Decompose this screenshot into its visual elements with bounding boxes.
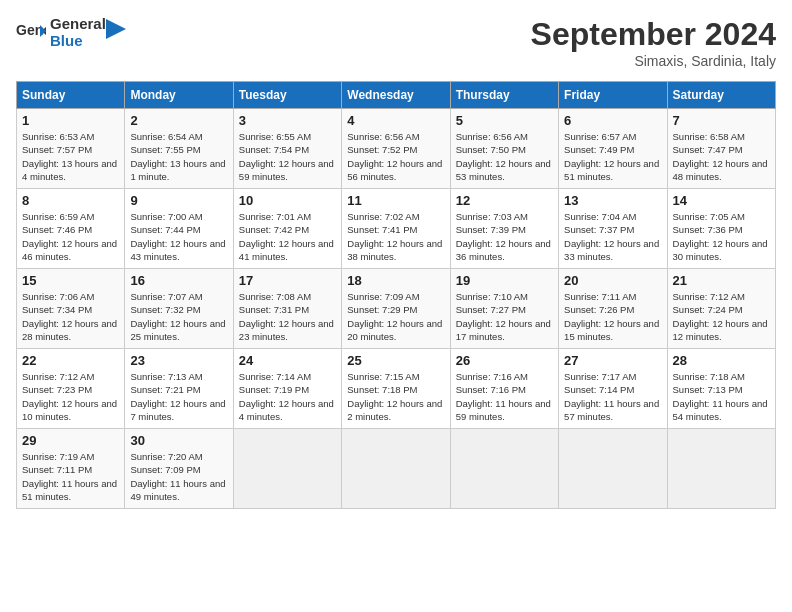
calendar-week-row: 29 Sunrise: 7:19 AM Sunset: 7:11 PM Dayl… bbox=[17, 429, 776, 509]
calendar-cell: 13 Sunrise: 7:04 AM Sunset: 7:37 PM Dayl… bbox=[559, 189, 667, 269]
day-number: 24 bbox=[239, 353, 336, 368]
day-info: Sunrise: 6:53 AM Sunset: 7:57 PM Dayligh… bbox=[22, 130, 119, 183]
day-number: 13 bbox=[564, 193, 661, 208]
day-number: 14 bbox=[673, 193, 770, 208]
logo-arrow-icon bbox=[106, 19, 126, 39]
day-number: 1 bbox=[22, 113, 119, 128]
calendar-cell: 30 Sunrise: 7:20 AM Sunset: 7:09 PM Dayl… bbox=[125, 429, 233, 509]
calendar-cell: 20 Sunrise: 7:11 AM Sunset: 7:26 PM Dayl… bbox=[559, 269, 667, 349]
title-block: September 2024 Simaxis, Sardinia, Italy bbox=[531, 16, 776, 69]
header-cell-monday: Monday bbox=[125, 82, 233, 109]
day-number: 7 bbox=[673, 113, 770, 128]
day-info: Sunrise: 7:09 AM Sunset: 7:29 PM Dayligh… bbox=[347, 290, 444, 343]
day-number: 19 bbox=[456, 273, 553, 288]
day-info: Sunrise: 6:54 AM Sunset: 7:55 PM Dayligh… bbox=[130, 130, 227, 183]
day-info: Sunrise: 6:57 AM Sunset: 7:49 PM Dayligh… bbox=[564, 130, 661, 183]
day-info: Sunrise: 7:05 AM Sunset: 7:36 PM Dayligh… bbox=[673, 210, 770, 263]
svg-marker-2 bbox=[106, 19, 126, 39]
calendar-cell: 1 Sunrise: 6:53 AM Sunset: 7:57 PM Dayli… bbox=[17, 109, 125, 189]
header-cell-wednesday: Wednesday bbox=[342, 82, 450, 109]
calendar-week-row: 1 Sunrise: 6:53 AM Sunset: 7:57 PM Dayli… bbox=[17, 109, 776, 189]
calendar-cell: 18 Sunrise: 7:09 AM Sunset: 7:29 PM Dayl… bbox=[342, 269, 450, 349]
day-info: Sunrise: 7:16 AM Sunset: 7:16 PM Dayligh… bbox=[456, 370, 553, 423]
calendar-cell: 24 Sunrise: 7:14 AM Sunset: 7:19 PM Dayl… bbox=[233, 349, 341, 429]
day-info: Sunrise: 7:00 AM Sunset: 7:44 PM Dayligh… bbox=[130, 210, 227, 263]
day-info: Sunrise: 7:12 AM Sunset: 7:24 PM Dayligh… bbox=[673, 290, 770, 343]
day-info: Sunrise: 7:15 AM Sunset: 7:18 PM Dayligh… bbox=[347, 370, 444, 423]
day-info: Sunrise: 7:17 AM Sunset: 7:14 PM Dayligh… bbox=[564, 370, 661, 423]
day-info: Sunrise: 7:08 AM Sunset: 7:31 PM Dayligh… bbox=[239, 290, 336, 343]
calendar-body: 1 Sunrise: 6:53 AM Sunset: 7:57 PM Dayli… bbox=[17, 109, 776, 509]
calendar-cell: 14 Sunrise: 7:05 AM Sunset: 7:36 PM Dayl… bbox=[667, 189, 775, 269]
calendar-cell bbox=[667, 429, 775, 509]
calendar-cell: 11 Sunrise: 7:02 AM Sunset: 7:41 PM Dayl… bbox=[342, 189, 450, 269]
day-number: 11 bbox=[347, 193, 444, 208]
calendar-week-row: 22 Sunrise: 7:12 AM Sunset: 7:23 PM Dayl… bbox=[17, 349, 776, 429]
day-number: 5 bbox=[456, 113, 553, 128]
calendar-cell: 6 Sunrise: 6:57 AM Sunset: 7:49 PM Dayli… bbox=[559, 109, 667, 189]
day-info: Sunrise: 7:03 AM Sunset: 7:39 PM Dayligh… bbox=[456, 210, 553, 263]
calendar-cell bbox=[559, 429, 667, 509]
calendar-header-row: SundayMondayTuesdayWednesdayThursdayFrid… bbox=[17, 82, 776, 109]
day-info: Sunrise: 7:04 AM Sunset: 7:37 PM Dayligh… bbox=[564, 210, 661, 263]
day-info: Sunrise: 6:56 AM Sunset: 7:52 PM Dayligh… bbox=[347, 130, 444, 183]
calendar-cell: 3 Sunrise: 6:55 AM Sunset: 7:54 PM Dayli… bbox=[233, 109, 341, 189]
calendar-cell: 25 Sunrise: 7:15 AM Sunset: 7:18 PM Dayl… bbox=[342, 349, 450, 429]
calendar-cell: 29 Sunrise: 7:19 AM Sunset: 7:11 PM Dayl… bbox=[17, 429, 125, 509]
day-info: Sunrise: 7:02 AM Sunset: 7:41 PM Dayligh… bbox=[347, 210, 444, 263]
calendar-cell: 28 Sunrise: 7:18 AM Sunset: 7:13 PM Dayl… bbox=[667, 349, 775, 429]
logo: General General Blue bbox=[16, 16, 126, 49]
day-info: Sunrise: 6:55 AM Sunset: 7:54 PM Dayligh… bbox=[239, 130, 336, 183]
calendar-cell: 17 Sunrise: 7:08 AM Sunset: 7:31 PM Dayl… bbox=[233, 269, 341, 349]
day-number: 10 bbox=[239, 193, 336, 208]
calendar-cell bbox=[450, 429, 558, 509]
day-info: Sunrise: 7:10 AM Sunset: 7:27 PM Dayligh… bbox=[456, 290, 553, 343]
calendar-cell bbox=[233, 429, 341, 509]
header-cell-saturday: Saturday bbox=[667, 82, 775, 109]
day-number: 15 bbox=[22, 273, 119, 288]
day-info: Sunrise: 6:58 AM Sunset: 7:47 PM Dayligh… bbox=[673, 130, 770, 183]
day-info: Sunrise: 7:06 AM Sunset: 7:34 PM Dayligh… bbox=[22, 290, 119, 343]
header-cell-thursday: Thursday bbox=[450, 82, 558, 109]
calendar-table: SundayMondayTuesdayWednesdayThursdayFrid… bbox=[16, 81, 776, 509]
day-number: 9 bbox=[130, 193, 227, 208]
calendar-cell bbox=[342, 429, 450, 509]
day-number: 26 bbox=[456, 353, 553, 368]
day-info: Sunrise: 7:11 AM Sunset: 7:26 PM Dayligh… bbox=[564, 290, 661, 343]
day-number: 6 bbox=[564, 113, 661, 128]
month-title: September 2024 bbox=[531, 16, 776, 53]
calendar-cell: 10 Sunrise: 7:01 AM Sunset: 7:42 PM Dayl… bbox=[233, 189, 341, 269]
day-number: 29 bbox=[22, 433, 119, 448]
day-info: Sunrise: 6:59 AM Sunset: 7:46 PM Dayligh… bbox=[22, 210, 119, 263]
calendar-cell: 4 Sunrise: 6:56 AM Sunset: 7:52 PM Dayli… bbox=[342, 109, 450, 189]
day-info: Sunrise: 7:01 AM Sunset: 7:42 PM Dayligh… bbox=[239, 210, 336, 263]
location: Simaxis, Sardinia, Italy bbox=[531, 53, 776, 69]
day-number: 20 bbox=[564, 273, 661, 288]
day-info: Sunrise: 7:18 AM Sunset: 7:13 PM Dayligh… bbox=[673, 370, 770, 423]
day-number: 22 bbox=[22, 353, 119, 368]
page-header: General General Blue September 2024 Sima… bbox=[16, 16, 776, 69]
day-info: Sunrise: 7:14 AM Sunset: 7:19 PM Dayligh… bbox=[239, 370, 336, 423]
day-info: Sunrise: 7:07 AM Sunset: 7:32 PM Dayligh… bbox=[130, 290, 227, 343]
calendar-cell: 27 Sunrise: 7:17 AM Sunset: 7:14 PM Dayl… bbox=[559, 349, 667, 429]
day-number: 30 bbox=[130, 433, 227, 448]
calendar-cell: 19 Sunrise: 7:10 AM Sunset: 7:27 PM Dayl… bbox=[450, 269, 558, 349]
logo-icon: General bbox=[16, 21, 46, 45]
calendar-cell: 5 Sunrise: 6:56 AM Sunset: 7:50 PM Dayli… bbox=[450, 109, 558, 189]
day-number: 16 bbox=[130, 273, 227, 288]
day-info: Sunrise: 7:13 AM Sunset: 7:21 PM Dayligh… bbox=[130, 370, 227, 423]
calendar-cell: 12 Sunrise: 7:03 AM Sunset: 7:39 PM Dayl… bbox=[450, 189, 558, 269]
day-number: 2 bbox=[130, 113, 227, 128]
day-number: 17 bbox=[239, 273, 336, 288]
day-number: 27 bbox=[564, 353, 661, 368]
day-number: 18 bbox=[347, 273, 444, 288]
logo-general: General bbox=[50, 16, 106, 33]
day-number: 8 bbox=[22, 193, 119, 208]
day-number: 12 bbox=[456, 193, 553, 208]
calendar-cell: 2 Sunrise: 6:54 AM Sunset: 7:55 PM Dayli… bbox=[125, 109, 233, 189]
day-number: 25 bbox=[347, 353, 444, 368]
calendar-cell: 26 Sunrise: 7:16 AM Sunset: 7:16 PM Dayl… bbox=[450, 349, 558, 429]
calendar-cell: 21 Sunrise: 7:12 AM Sunset: 7:24 PM Dayl… bbox=[667, 269, 775, 349]
calendar-week-row: 15 Sunrise: 7:06 AM Sunset: 7:34 PM Dayl… bbox=[17, 269, 776, 349]
calendar-cell: 8 Sunrise: 6:59 AM Sunset: 7:46 PM Dayli… bbox=[17, 189, 125, 269]
